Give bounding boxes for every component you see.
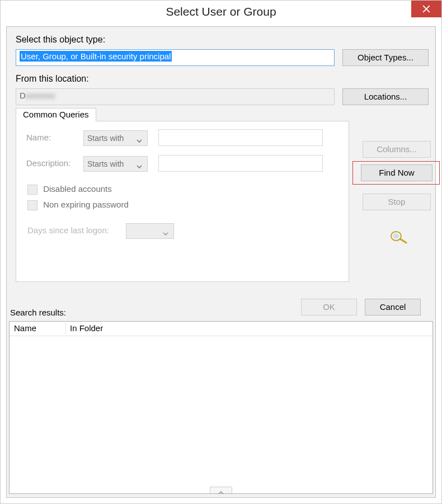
columns-button[interactable]: Columns...	[363, 141, 431, 158]
close-button[interactable]	[411, 1, 441, 17]
column-header-in-folder[interactable]: In Folder	[70, 323, 103, 333]
description-input[interactable]	[158, 155, 323, 172]
object-type-field[interactable]: User, Group, or Built-in security princi…	[16, 49, 335, 66]
common-queries-panel: Common Queries Name: Starts with Descrip…	[16, 121, 349, 282]
days-since-select[interactable]	[126, 223, 174, 239]
location-field[interactable]: Dxxxxxxx	[16, 88, 335, 105]
name-input[interactable]	[158, 129, 323, 146]
title-bar: Select User or Group	[1, 1, 441, 23]
location-value-redacted: xxxxxxx	[26, 91, 55, 100]
object-type-label: Select this object type:	[16, 35, 105, 45]
disabled-accounts-checkbox[interactable]	[27, 185, 37, 195]
main-panel: Select this object type: User, Group, or…	[6, 26, 436, 498]
location-value-visible: D	[20, 91, 26, 100]
find-now-button[interactable]: Find Now	[361, 164, 432, 181]
search-magnifier-icon	[388, 229, 408, 244]
name-match-value: Starts with	[87, 134, 124, 143]
tab-common-queries[interactable]: Common Queries	[16, 108, 96, 121]
ok-button[interactable]: OK	[301, 299, 357, 315]
locations-button[interactable]: Locations...	[342, 88, 429, 105]
close-icon	[422, 3, 430, 14]
description-match-value: Starts with	[87, 159, 124, 168]
disabled-accounts-row: Disabled accounts	[27, 184, 112, 195]
object-types-button[interactable]: Object Types...	[342, 49, 429, 66]
find-now-highlight: Find Now	[352, 161, 440, 185]
object-type-value: User, Group, or Built-in security princi…	[20, 51, 172, 62]
name-label: Name:	[26, 133, 51, 142]
chevron-down-icon	[162, 227, 169, 234]
search-results-label: Search results:	[10, 308, 66, 317]
results-header: Name In Folder	[10, 322, 432, 336]
svg-line-4	[400, 239, 406, 243]
description-label: Description:	[26, 158, 70, 168]
non-expiring-checkbox[interactable]	[27, 200, 37, 210]
name-match-select[interactable]: Starts with	[83, 130, 148, 146]
svg-point-3	[393, 234, 399, 239]
description-match-select[interactable]: Starts with	[83, 156, 148, 172]
non-expiring-row: Non expiring password	[27, 200, 129, 210]
cancel-button[interactable]: Cancel	[365, 299, 421, 315]
from-location-label: From this location:	[16, 74, 89, 84]
chevron-down-icon	[136, 134, 143, 141]
chevron-down-icon	[136, 160, 143, 167]
stop-button[interactable]: Stop	[363, 194, 431, 210]
disabled-accounts-label: Disabled accounts	[43, 184, 112, 194]
column-divider[interactable]	[65, 323, 66, 335]
dialog-title: Select User or Group	[166, 5, 276, 18]
chevron-up-icon	[218, 487, 224, 497]
non-expiring-label: Non expiring password	[43, 200, 129, 209]
expand-handle[interactable]	[210, 487, 232, 493]
days-since-label: Days since last logon:	[27, 225, 109, 235]
search-results-list[interactable]: Name In Folder	[9, 321, 433, 494]
column-header-name[interactable]: Name	[14, 323, 64, 333]
